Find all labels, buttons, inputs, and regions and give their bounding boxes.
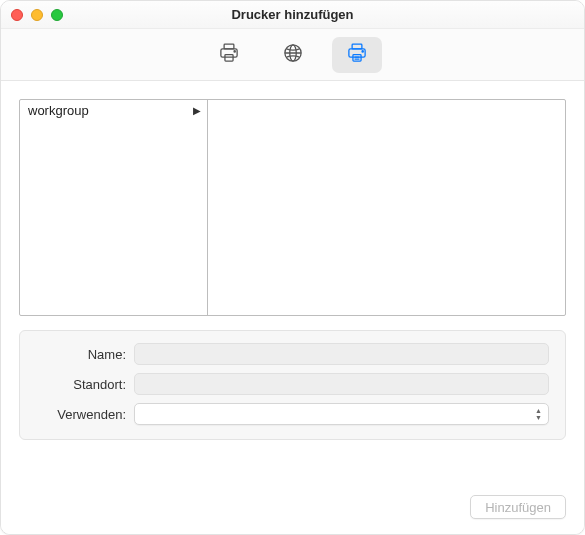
updown-icon: ▲▼ bbox=[535, 408, 542, 421]
maximize-window-button[interactable] bbox=[51, 9, 63, 21]
close-window-button[interactable] bbox=[11, 9, 23, 21]
svg-rect-2 bbox=[224, 55, 232, 62]
label-name: Name: bbox=[36, 347, 126, 362]
footer: Hinzufügen bbox=[1, 480, 584, 534]
printer-icon bbox=[216, 40, 242, 69]
svg-point-12 bbox=[362, 51, 363, 52]
svg-rect-9 bbox=[352, 55, 360, 62]
browser-column-1[interactable] bbox=[208, 100, 565, 315]
tab-ip-printer[interactable] bbox=[268, 37, 318, 73]
add-button[interactable]: Hinzufügen bbox=[470, 495, 566, 519]
content-area: workgroup ▶ Name: Standort: Verwenden: bbox=[1, 81, 584, 480]
input-location[interactable] bbox=[134, 373, 549, 395]
select-use[interactable]: ▲▼ bbox=[134, 403, 549, 425]
svg-rect-0 bbox=[224, 44, 234, 49]
svg-point-3 bbox=[234, 51, 235, 52]
tab-windows-printer[interactable] bbox=[332, 37, 382, 73]
label-location: Standort: bbox=[36, 377, 126, 392]
browser-item-workgroup[interactable]: workgroup ▶ bbox=[20, 100, 207, 120]
smb-browser: workgroup ▶ bbox=[19, 99, 566, 316]
browser-column-0[interactable]: workgroup ▶ bbox=[20, 100, 208, 315]
form-panel: Name: Standort: Verwenden: ▲▼ bbox=[19, 330, 566, 440]
minimize-window-button[interactable] bbox=[31, 9, 43, 21]
titlebar: Drucker hinzufügen bbox=[1, 1, 584, 29]
browser-item-label: workgroup bbox=[28, 103, 89, 118]
globe-icon bbox=[280, 40, 306, 69]
input-name[interactable] bbox=[134, 343, 549, 365]
window-title: Drucker hinzufügen bbox=[11, 7, 574, 22]
label-use: Verwenden: bbox=[36, 407, 126, 422]
window-controls bbox=[11, 9, 63, 21]
toolbar bbox=[1, 29, 584, 81]
row-name: Name: bbox=[36, 343, 549, 365]
row-location: Standort: bbox=[36, 373, 549, 395]
add-printer-window: Drucker hinzufügen bbox=[0, 0, 585, 535]
windows-printer-icon bbox=[344, 40, 370, 69]
tab-default-printer[interactable] bbox=[204, 37, 254, 73]
chevron-right-icon: ▶ bbox=[193, 105, 201, 116]
row-use: Verwenden: ▲▼ bbox=[36, 403, 549, 425]
svg-rect-7 bbox=[352, 44, 362, 49]
